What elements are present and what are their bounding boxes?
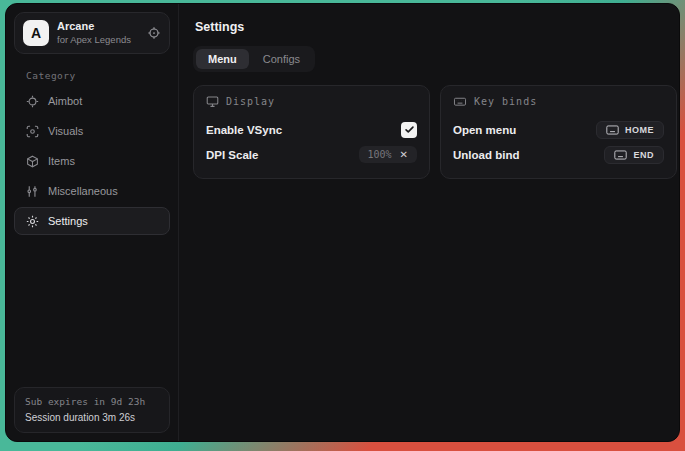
sidebar-spacer [14,235,170,387]
settings-cards: Display Enable VSync DPI Scale 100% ✕ [193,85,677,179]
tab-configs[interactable]: Configs [251,49,312,69]
category-label: Category [26,70,170,81]
vsync-checkbox[interactable] [401,122,417,138]
app-logo: A [23,20,49,46]
display-card-header: Display [206,95,417,108]
brand-title: Arcane [57,20,139,34]
keybinds-card-header: Key binds [453,95,664,108]
gear-icon [26,215,39,228]
check-icon [404,124,415,135]
display-card: Display Enable VSync DPI Scale 100% ✕ [193,85,430,179]
package-icon [26,155,39,168]
unload-bind-key: END [633,150,654,160]
open-menu-keybind-button[interactable]: HOME [596,121,664,139]
sidebar-item-label: Items [48,155,75,167]
tab-bar: Menu Configs [193,46,315,72]
dpi-scale-value: 100% [368,149,392,160]
sidebar-item-settings[interactable]: Settings [14,207,170,235]
unload-bind-row: Unload bind END [453,142,664,167]
keybinds-card-title: Key binds [474,96,537,107]
sidebar-item-miscellaneous[interactable]: Miscellaneous [14,177,170,205]
sidebar: A Arcane for Apex Legends Category [6,4,179,441]
sliders-icon [26,185,39,198]
brand-subtitle: for Apex Legends [57,34,139,46]
scan-eye-icon [26,125,39,138]
clear-icon[interactable]: ✕ [400,150,408,160]
open-menu-row: Open menu HOME [453,117,664,142]
subscription-status-card: Sub expires in 9d 23h Session duration 3… [14,387,170,433]
unload-keybind-button[interactable]: END [604,146,664,164]
vsync-label: Enable VSync [206,124,282,136]
brand-text: Arcane for Apex Legends [57,20,139,46]
vsync-row: Enable VSync [206,117,417,142]
keyboard-key-icon [614,150,627,160]
sidebar-nav: Aimbot Visuals [14,87,170,235]
crosshair-icon [26,95,39,108]
sidebar-item-label: Visuals [48,125,83,137]
sidebar-item-visuals[interactable]: Visuals [14,117,170,145]
sidebar-item-label: Aimbot [48,95,82,107]
sub-expiry-text: Sub expires in 9d 23h [25,395,159,410]
unload-bind-label: Unload bind [453,149,519,161]
monitor-icon [206,95,219,108]
sidebar-item-items[interactable]: Items [14,147,170,175]
page-title: Settings [195,20,677,34]
tab-menu[interactable]: Menu [196,49,249,69]
display-card-title: Display [226,96,275,107]
open-menu-label: Open menu [453,124,516,136]
dpi-scale-input[interactable]: 100% ✕ [359,146,417,163]
main-panel: Settings Menu Configs Display [179,4,680,441]
session-duration-text: Session duration 3m 26s [25,410,159,426]
sidebar-item-label: Settings [48,215,88,227]
sidebar-item-aimbot[interactable]: Aimbot [14,87,170,115]
keyboard-icon [453,95,467,108]
dpi-row: DPI Scale 100% ✕ [206,142,417,167]
open-menu-key: HOME [625,125,654,135]
app-window: A Arcane for Apex Legends Category [5,3,680,442]
crosshair-status-icon[interactable] [147,26,161,40]
sidebar-item-label: Miscellaneous [48,185,118,197]
keyboard-key-icon [606,125,619,135]
dpi-label: DPI Scale [206,149,258,161]
brand-card[interactable]: A Arcane for Apex Legends [14,12,170,54]
keybinds-card: Key binds Open menu HOME Unload bin [440,85,677,179]
